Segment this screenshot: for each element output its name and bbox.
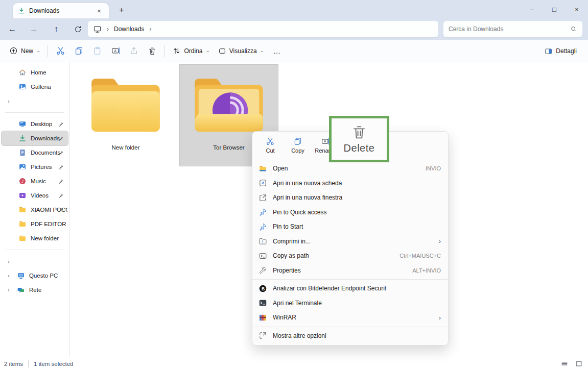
sidebar-item-this-pc[interactable]: › Questo PC: [2, 268, 68, 283]
details-pane-label: Dettagli: [556, 47, 577, 55]
sidebar-item-label: Music: [31, 178, 46, 184]
sidebar-item-label: Home: [31, 69, 46, 76]
more-options-button[interactable]: …: [268, 47, 287, 55]
view-button[interactable]: Visualizza ⌄: [214, 44, 268, 58]
search-input[interactable]: [449, 26, 570, 33]
menu-item-compress[interactable]: Comprimi in... ›: [252, 234, 448, 249]
cut-button[interactable]: [51, 43, 69, 59]
sidebar-item-home[interactable]: Home: [2, 65, 68, 80]
pin-icon: [58, 121, 64, 127]
menu-item-open-new-window[interactable]: Apri in una nuova finestra: [252, 190, 448, 205]
sidebar-item-label: New folder: [31, 235, 59, 241]
sidebar-item-documents[interactable]: Documents: [2, 145, 68, 160]
close-button[interactable]: ×: [566, 0, 588, 18]
details-pane-button[interactable]: Dettagli: [540, 44, 581, 59]
refresh-button[interactable]: [68, 21, 87, 37]
sidebar-item-network[interactable]: › Rete: [2, 283, 68, 297]
share-button[interactable]: [125, 43, 143, 59]
copy-button[interactable]: [69, 43, 88, 59]
sidebar-item-label: Documents: [31, 150, 60, 156]
menu-item-label: Apri in una nuova finestra: [273, 194, 441, 201]
tab-close-icon[interactable]: ×: [95, 7, 104, 15]
window-controls: – □ ×: [521, 0, 588, 18]
back-button[interactable]: ←: [3, 21, 21, 37]
menu-item-properties[interactable]: Properties ALT+INVIO: [252, 263, 448, 278]
menu-item-open[interactable]: Open INVIO: [252, 161, 448, 176]
chevron-down-icon: ⌄: [205, 48, 209, 53]
search-box: [443, 21, 582, 37]
rename-button[interactable]: A: [106, 43, 125, 59]
gallery-icon: [18, 83, 27, 91]
sidebar-expander[interactable]: ›: [2, 94, 68, 108]
downloads-icon: [18, 134, 27, 142]
up-button[interactable]: ↑: [47, 21, 65, 37]
sidebar-item-gallery[interactable]: Galleria: [2, 80, 68, 94]
new-button[interactable]: New ⌄: [5, 43, 44, 58]
status-divider: [28, 360, 29, 367]
menu-item-label: Apri nel Terminale: [273, 300, 441, 307]
status-bar: 2 items 1 item selected: [0, 357, 588, 370]
submenu-chevron-icon: ›: [439, 314, 441, 322]
menu-item-label: Mostra altre opzioni: [273, 332, 441, 339]
menu-item-pin-start[interactable]: Pin to Start: [252, 219, 448, 234]
menu-item-winrar[interactable]: WinRAR ›: [252, 310, 448, 325]
minimize-button[interactable]: –: [521, 0, 543, 18]
forward-button[interactable]: →: [25, 21, 43, 37]
cut-quick-action[interactable]: Cut: [257, 137, 283, 154]
large-icons-view-icon[interactable]: [575, 360, 583, 368]
chevron-right-icon[interactable]: ›: [8, 273, 10, 279]
network-icon: [17, 286, 25, 294]
explorer-tab-downloads[interactable]: Downloads ×: [13, 3, 109, 18]
menu-item-pin-quick-access[interactable]: Pin to Quick access: [252, 205, 448, 220]
pin-icon: [58, 136, 64, 141]
sidebar-item-desktop[interactable]: Desktop: [2, 117, 68, 131]
selection-count: 1 item selected: [34, 361, 73, 367]
menu-item-label: Properties: [273, 267, 412, 274]
sidebar-item-xiaomi-poco[interactable]: XIAOMI POCO F: [2, 203, 68, 217]
menu-item-bitdefender-scan[interactable]: B Analizar con Bitdefender Endpoint Secu…: [252, 281, 448, 296]
sidebar-item-label: PDF EDITOR: [31, 221, 66, 227]
sidebar-item-downloads[interactable]: Downloads: [2, 131, 68, 145]
menu-item-open-terminal[interactable]: Apri nel Terminale: [252, 296, 448, 311]
wrench-icon: [258, 266, 267, 275]
sidebar-item-music[interactable]: ♪ Music: [2, 174, 68, 188]
breadcrumb-separator-2[interactable]: ›: [149, 26, 151, 33]
menu-item-open-new-tab[interactable]: Apri in una nuova scheda: [252, 176, 448, 191]
paste-button[interactable]: [88, 43, 106, 59]
tor-browser-folder-icon: [189, 70, 269, 140]
menu-item-label: WinRAR: [273, 314, 439, 321]
delete-button[interactable]: [143, 43, 161, 59]
maximize-button[interactable]: □: [543, 0, 566, 18]
sidebar-item-label: Rete: [29, 287, 41, 293]
address-bar[interactable]: › Downloads ›: [88, 21, 438, 37]
list-view-icon[interactable]: [560, 360, 569, 368]
context-menu: Cut Copy A Rename Open INVIO: [252, 131, 449, 346]
sidebar-item-new-folder[interactable]: New folder: [2, 231, 68, 245]
chevron-right-icon[interactable]: ›: [8, 287, 10, 293]
monitor-icon: [93, 25, 102, 34]
navigation-bar: ← → ↑ › Downloads ›: [0, 18, 588, 40]
file-tile-new-folder[interactable]: New folder: [77, 65, 175, 166]
menu-item-show-more-options[interactable]: Mostra altre opzioni: [252, 329, 448, 343]
menu-item-shortcut: ALT+INVIO: [412, 267, 441, 274]
new-tab-button[interactable]: +: [115, 4, 128, 16]
menu-item-label: Apri in una nuova scheda: [273, 180, 441, 187]
compress-zip-icon: [258, 237, 267, 245]
search-icon[interactable]: [570, 26, 577, 33]
sidebar-expander[interactable]: ›: [2, 254, 68, 268]
file-name: Tor Browser: [213, 144, 244, 151]
sidebar-item-pdf-editor[interactable]: PDF EDITOR: [2, 217, 68, 231]
plus-circle-icon: [9, 46, 18, 55]
menu-item-copy-as-path[interactable]: Copy as path Ctrl+MAIUSC+C: [252, 249, 448, 263]
copy-quick-action[interactable]: Copy: [285, 137, 311, 154]
sort-button[interactable]: Ordina ⌄: [168, 43, 214, 58]
terminal-icon: [258, 299, 267, 307]
home-icon: [18, 68, 27, 77]
sidebar-item-pictures[interactable]: Pictures: [2, 160, 68, 174]
context-menu-items: Open INVIO Apri in una nuova scheda Apri…: [252, 159, 448, 345]
file-name: New folder: [112, 144, 140, 151]
delete-annotation-box[interactable]: Delete: [329, 116, 389, 162]
breadcrumb-downloads[interactable]: Downloads: [114, 26, 144, 33]
menu-item-label: Comprimi in...: [273, 238, 439, 245]
sidebar-item-videos[interactable]: Videos: [2, 188, 68, 203]
